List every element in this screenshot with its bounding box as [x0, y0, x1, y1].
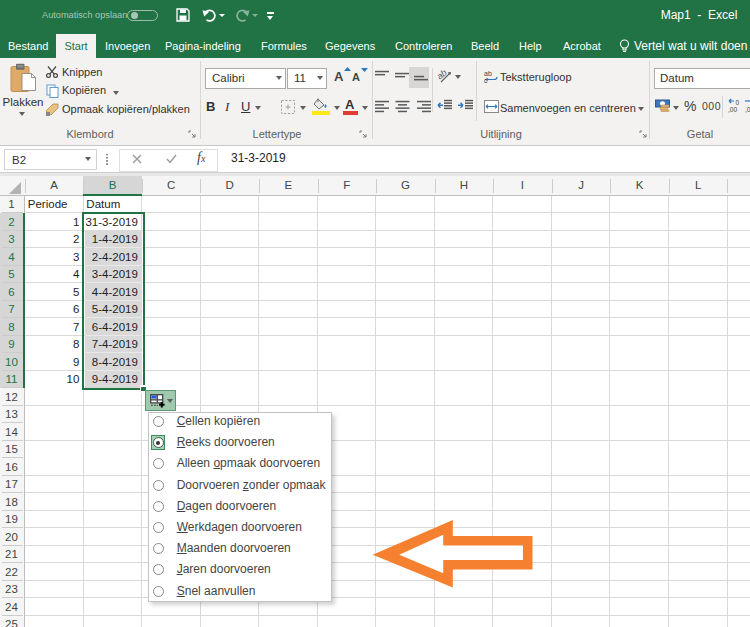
svg-text:,00: ,00 [728, 106, 737, 113]
svg-text:,0: ,0 [745, 106, 750, 113]
svg-text:0: 0 [736, 99, 740, 106]
svg-text:c: c [484, 77, 488, 83]
svg-text:ab: ab [484, 70, 492, 77]
